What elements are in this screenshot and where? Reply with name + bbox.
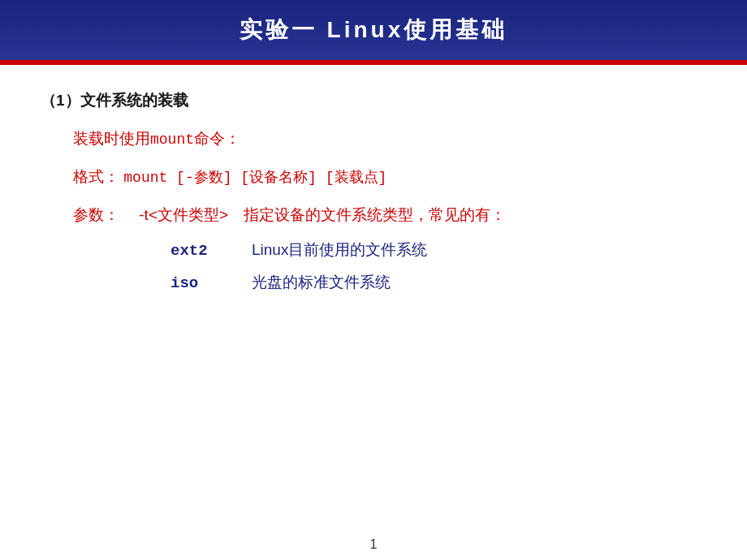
- line-mount-intro-text: 装载时使用mount命令：: [73, 130, 240, 147]
- line-format: 格式： mount [-参数] [设备名称] [装载点]: [73, 166, 706, 189]
- content-area: （1）文件系统的装载 装载时使用mount命令： 格式： mount [-参数]…: [0, 65, 747, 529]
- param-label: 参数：: [73, 206, 119, 223]
- line-params: 参数： -t<文件类型> 指定设备的文件系统类型，常见的有：: [73, 204, 706, 227]
- slide-footer: 1: [0, 529, 747, 560]
- item-desc-iso: 光盘的标准文件系统: [252, 272, 391, 293]
- slide-title: 实验一 Linux使用基础: [240, 17, 507, 42]
- param-value: -t<文件类型> 指定设备的文件系统类型，常见的有：: [123, 206, 506, 223]
- slide-header: 实验一 Linux使用基础: [0, 0, 747, 60]
- item-key-iso: iso: [171, 274, 235, 292]
- item-desc-ext2: Linux目前使用的文件系统: [252, 239, 427, 261]
- page-number: 1: [370, 537, 378, 551]
- list-item: ext2 Linux目前使用的文件系统: [171, 239, 706, 261]
- section-title: （1）文件系统的装载: [41, 89, 706, 113]
- list-item: iso 光盘的标准文件系统: [171, 272, 706, 293]
- format-label: 格式：: [73, 168, 119, 185]
- item-key-ext2: ext2: [171, 242, 235, 260]
- items-list: ext2 Linux目前使用的文件系统 iso 光盘的标准文件系统: [171, 239, 706, 293]
- slide-container: 实验一 Linux使用基础 （1）文件系统的装载 装载时使用mount命令： 格…: [0, 0, 747, 560]
- format-code: mount [-参数] [设备名称] [装载点]: [123, 170, 386, 186]
- line-mount-intro: 装载时使用mount命令：: [73, 127, 706, 151]
